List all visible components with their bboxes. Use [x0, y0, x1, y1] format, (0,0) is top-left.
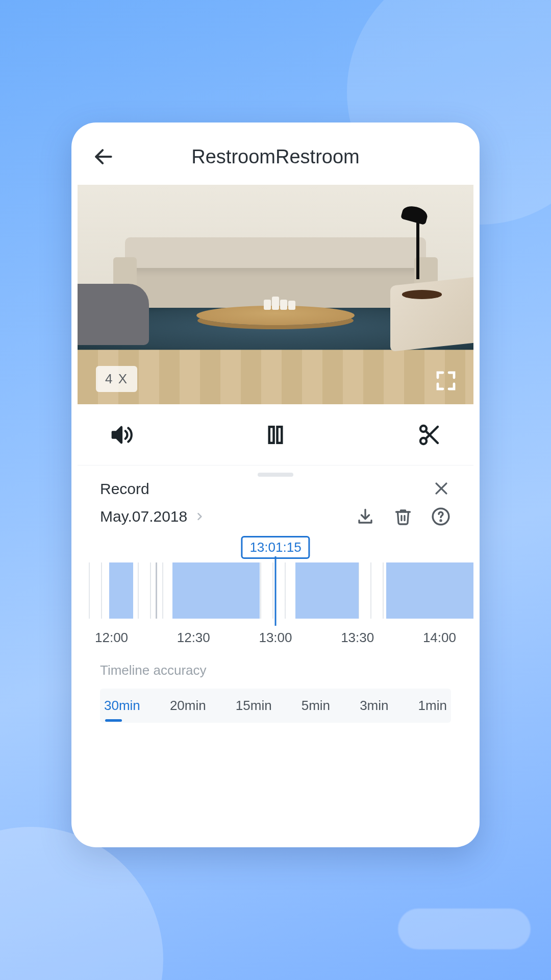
app-header: RestroomRestroom — [78, 129, 473, 185]
pause-button[interactable] — [262, 422, 289, 448]
svg-marker-1 — [113, 427, 121, 443]
promo-background: RestroomRestroom — [0, 0, 551, 980]
current-playhead-time: 13:01:15 — [241, 536, 310, 559]
delete-button[interactable] — [393, 506, 413, 527]
accuracy-option-20min[interactable]: 20min — [167, 694, 209, 718]
timeline-accuracy-options: 30min20min15min5min3min1min — [100, 689, 451, 723]
download-button[interactable] — [355, 506, 375, 527]
zoom-level-badge[interactable]: 4 X — [96, 366, 137, 392]
chevron-right-icon — [194, 509, 205, 524]
timeline-tick-labels: 12:0012:3013:0013:3014:00 — [78, 630, 473, 650]
phone-frame: RestroomRestroom — [71, 122, 480, 847]
close-record-panel-button[interactable] — [433, 480, 451, 498]
record-header-row: Record — [78, 479, 473, 503]
close-icon — [433, 480, 450, 497]
record-date-label: May.07.2018 — [100, 508, 187, 525]
timeline-accuracy-title: Timeline accuracy — [100, 663, 451, 678]
pause-icon — [265, 424, 286, 446]
timeline-tick-label: 12:30 — [177, 630, 210, 650]
timeline-recorded-segment[interactable] — [172, 562, 260, 619]
timeline-tick-label: 12:00 — [95, 630, 128, 650]
download-icon — [356, 507, 374, 526]
help-icon — [431, 507, 450, 526]
record-date-row: May.07.2018 — [78, 503, 473, 534]
app-screen: RestroomRestroom — [78, 129, 473, 841]
timeline-recorded-segment[interactable] — [386, 562, 473, 619]
trash-icon — [394, 507, 412, 526]
page-title: RestroomRestroom — [90, 146, 461, 168]
help-button[interactable] — [431, 506, 451, 527]
svg-rect-2 — [269, 427, 274, 443]
svg-rect-3 — [278, 427, 282, 443]
svg-point-11 — [440, 520, 441, 521]
accuracy-option-1min[interactable]: 1min — [415, 694, 450, 718]
timeline-tick-label: 14:00 — [423, 630, 456, 650]
timeline-recorded-segment[interactable] — [109, 562, 133, 619]
fullscreen-button[interactable] — [434, 369, 458, 393]
date-picker[interactable]: May.07.2018 — [100, 508, 205, 525]
accuracy-option-15min[interactable]: 15min — [233, 694, 275, 718]
playhead-line — [275, 556, 277, 626]
timeline-accuracy-section: Timeline accuracy 30min20min15min5min3mi… — [78, 653, 473, 723]
scissors-icon — [417, 423, 442, 447]
accuracy-option-3min[interactable]: 3min — [357, 694, 391, 718]
recording-timeline[interactable]: 13:01:15 12:0012:3013:0013:3014:00 — [78, 536, 473, 653]
timeline-tick-label: 13:30 — [341, 630, 374, 650]
accuracy-option-5min[interactable]: 5min — [298, 694, 333, 718]
decorative-pill — [398, 909, 531, 949]
sound-icon — [110, 423, 133, 447]
playback-controls — [78, 404, 473, 465]
camera-video-view[interactable]: 4 X — [78, 185, 473, 404]
clip-button[interactable] — [416, 422, 443, 448]
timeline-recorded-segment[interactable] — [295, 562, 359, 619]
accuracy-option-30min[interactable]: 30min — [101, 694, 143, 718]
record-actions — [355, 506, 451, 527]
timeline-tick-label: 13:00 — [259, 630, 292, 650]
sound-button[interactable] — [108, 422, 135, 448]
sheet-drag-handle[interactable] — [78, 465, 473, 479]
record-section-label: Record — [100, 480, 149, 498]
fullscreen-icon — [434, 369, 458, 393]
